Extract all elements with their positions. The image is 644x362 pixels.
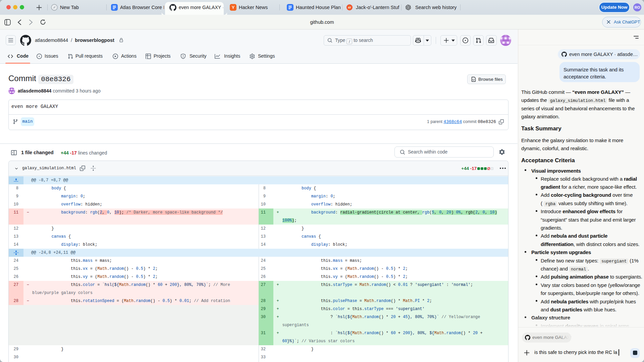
svg-text:r: r: [350, 6, 351, 9]
